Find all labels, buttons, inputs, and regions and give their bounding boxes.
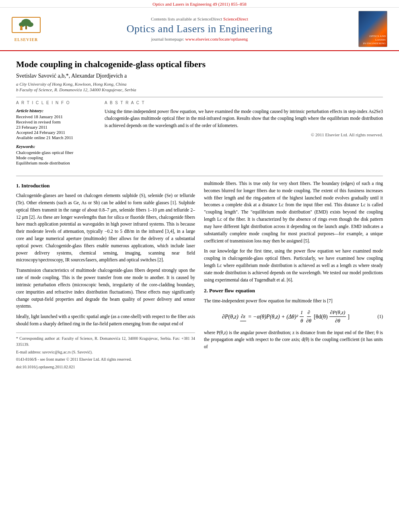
abstract-text: Using the time-independent power flow eq… (105, 108, 383, 129)
intro-para1: Chalcogenide-glasses are based on chalco… (16, 192, 195, 264)
right-para1: multimode fibers. This is true only for … (204, 180, 383, 244)
accepted-date: Accepted 24 February 2011 (16, 130, 97, 135)
abstract-col: A B S T R A C T Using the time-independe… (105, 101, 383, 169)
article-info-abstract: A R T I C L E I N F O Article history: R… (16, 101, 383, 169)
journal-citation-bar: Optics and Lasers in Engineering 49 (201… (0, 0, 399, 8)
affiliation-a: a City University of Hong Kong, Kowloon,… (16, 82, 383, 86)
main-col-right: multimode fibers. This is true only for … (204, 180, 383, 371)
eq-bracket-close: ] (348, 312, 350, 321)
main-content: 1. Introduction Chalcogenide-glasses are… (16, 180, 383, 371)
where-text: where P(θ,z) is the angular power distri… (204, 329, 383, 351)
received-revised-date: 23 February 2011 (16, 125, 97, 129)
sciencedirect-info: Contents lists available at ScienceDirec… (48, 16, 351, 21)
received-date: Received 18 January 2011 (16, 114, 97, 119)
elsevier-logo-container: ELSEVIER (8, 16, 44, 42)
svg-rect-6 (20, 28, 23, 30)
svg-rect-4 (25, 26, 27, 29)
eq-lhs: ∂P(θ,z) (222, 312, 239, 321)
equation-display: ∂P(θ,z) ∂z = −α(θ)P(θ,z) + (Δθ)² 1 θ ∂ ∂… (204, 308, 368, 325)
keyword-2: Mode coupling (16, 155, 97, 160)
keywords-title: Keywords: (16, 144, 97, 149)
history-title: Article history: (16, 108, 97, 113)
sciencedirect-link[interactable]: ScienceDirect (223, 16, 248, 21)
article-title: Mode coupling in chalcogenide-glass opti… (16, 59, 383, 70)
copyright-text: © 2011 Elsevier Ltd. All rights reserved… (105, 132, 383, 137)
footnote-email: E-mail address: savovic@kg.ac.rs (S. Sav… (16, 349, 195, 355)
affiliations: a City University of Hong Kong, Kowloon,… (16, 82, 383, 92)
main-col-left: 1. Introduction Chalcogenide-glasses are… (16, 180, 195, 371)
eq-frac3-num: ∂ (307, 308, 311, 317)
keyword-3: Equilibrium mode distribution (16, 160, 97, 165)
homepage-link[interactable]: www.elsevier.com/locate/optlaseng (185, 37, 248, 41)
journal-cover-image: OPTICS AND LASERS IN ENGINEERING (358, 11, 387, 47)
keyword-1: Chalcogenide-glass optical fiber (16, 150, 97, 155)
footnote-corresponding: * Corresponding author at: Faculty of Sc… (16, 335, 195, 348)
authors-line: Svetislav Savović a,b,*, Alexandar Djord… (16, 73, 383, 79)
footnote-issn: 0143-8166/$ - see front matter © 2011 El… (16, 356, 195, 363)
eq-frac3-den: ∂θ (305, 317, 312, 325)
elsevier-tree-icon (10, 16, 42, 37)
footnotes: * Corresponding author at: Faculty of Sc… (16, 333, 195, 370)
article-history: Article history: Received 18 January 201… (16, 108, 97, 140)
affiliation-b: b Faculty of Science, R. Domanovića 12, … (16, 87, 383, 92)
journal-title: Optics and Lasers in Engineering (48, 23, 351, 35)
article-divider-mid (16, 176, 383, 176)
abstract-label: A B S T R A C T (105, 101, 383, 105)
elsevier-brand-text: ELSEVIER (14, 37, 38, 42)
section2-heading: 2. Power flow equation (204, 287, 383, 295)
journal-center-info: Contents lists available at ScienceDirec… (48, 16, 351, 41)
eq-frac4-num: ∂P(θ,z) (329, 308, 346, 317)
eq-number: (1) (371, 313, 383, 320)
eq-equals: = −α(θ)P(θ,z) + (Δθ)² (248, 312, 298, 321)
article-info-col: A R T I C L E I N F O Article history: R… (16, 101, 97, 169)
svg-point-3 (27, 22, 33, 27)
eq-frac4-den: ∂θ (334, 317, 341, 325)
article-divider-top (16, 97, 383, 97)
section1-heading: 1. Introduction (16, 182, 195, 190)
footnote-doi: doi:10.1016/j.optlaseng.2011.02.021 (16, 364, 195, 370)
eq-frac2-num: 1 (300, 308, 304, 317)
journal-header: ELSEVIER Contents lists available at Sci… (0, 8, 399, 51)
received-revised-label: Received in revised form (16, 119, 97, 124)
available-online: Available online 21 March 2011 (16, 135, 97, 140)
svg-point-5 (20, 26, 23, 28)
eq-frac-num: ∂z (240, 312, 246, 321)
article-info-label: A R T I C L E I N F O (16, 101, 97, 105)
intro-para3: Ideally, light launched with a specific … (16, 313, 195, 328)
cover-text: OPTICS AND LASERS IN ENGINEERING (360, 35, 386, 45)
eq-bracket: [θd(θ) (314, 312, 327, 321)
intro-para2: Transmission characteristics of multimod… (16, 267, 195, 310)
equation-1-container: ∂P(θ,z) ∂z = −α(θ)P(θ,z) + (Δθ)² 1 θ ∂ ∂… (204, 308, 383, 325)
eq-frac2-den: θ (300, 317, 304, 325)
power-flow-intro: The time-independent power flow equation… (204, 298, 383, 305)
journal-homepage: journal homepage: www.elsevier.com/locat… (48, 37, 351, 41)
journal-citation: Optics and Lasers in Engineering 49 (201… (152, 2, 246, 6)
journal-cover-container: OPTICS AND LASERS IN ENGINEERING (355, 11, 391, 47)
right-para2: In our knowledge for the first time, usi… (204, 248, 383, 283)
article-body: Mode coupling in chalcogenide-glass opti… (0, 51, 399, 379)
keywords-group: Keywords: Chalcogenide-glass optical fib… (16, 144, 97, 165)
